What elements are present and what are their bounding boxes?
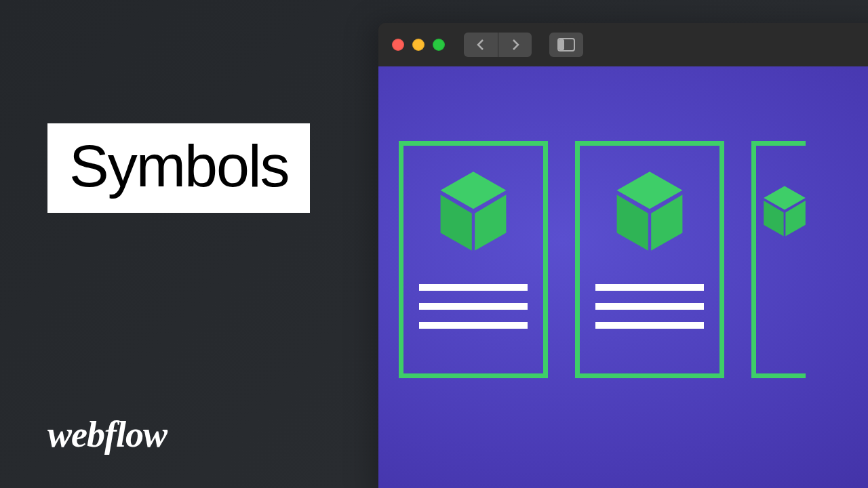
traffic-lights — [392, 39, 445, 51]
browser-window — [378, 23, 868, 488]
title-box: Symbols — [47, 123, 310, 213]
zoom-icon[interactable] — [433, 39, 445, 51]
text-line — [595, 284, 704, 291]
back-button[interactable] — [464, 33, 498, 57]
cube-icon — [609, 170, 690, 251]
text-line — [419, 303, 528, 310]
window-titlebar — [378, 23, 868, 66]
close-icon[interactable] — [392, 39, 404, 51]
page-title: Symbols — [69, 131, 288, 201]
cube-icon — [761, 170, 808, 251]
forward-button[interactable] — [498, 33, 532, 57]
symbol-card[interactable] — [751, 141, 806, 378]
sidebar-toggle-button[interactable] — [549, 33, 583, 57]
cube-icon — [433, 170, 514, 251]
text-placeholder-lines — [595, 284, 704, 329]
svg-rect-1 — [559, 39, 564, 50]
brand-logo: webflow — [47, 413, 167, 455]
text-line — [419, 322, 528, 329]
chevron-right-icon — [511, 39, 520, 51]
text-line — [595, 303, 704, 310]
chevron-left-icon — [476, 39, 486, 51]
browser-viewport — [378, 66, 868, 488]
text-line — [595, 322, 704, 329]
symbol-card[interactable] — [575, 141, 724, 378]
text-placeholder-lines — [419, 284, 528, 329]
minimize-icon[interactable] — [412, 39, 425, 51]
text-line — [419, 284, 528, 291]
text-placeholder-lines — [764, 284, 798, 329]
symbol-card[interactable] — [399, 141, 548, 378]
nav-buttons — [464, 33, 532, 57]
sidebar-icon — [557, 38, 575, 52]
